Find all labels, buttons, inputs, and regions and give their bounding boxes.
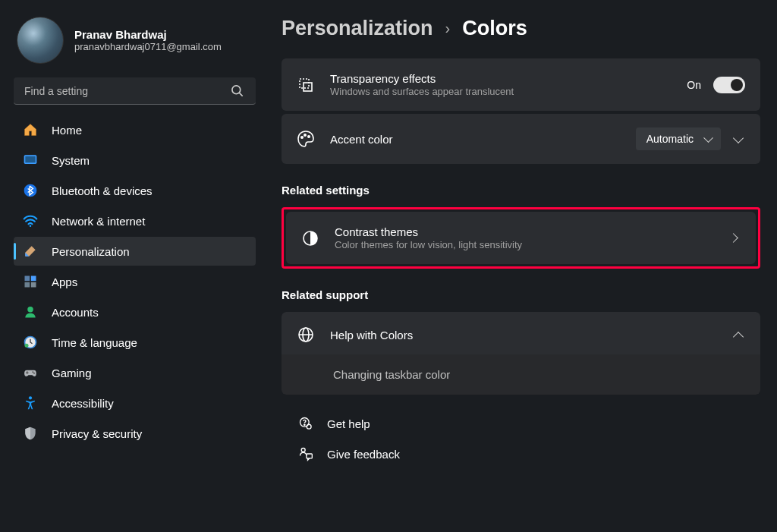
chevron-down-icon[interactable]: [733, 133, 745, 145]
sidebar-item-label: Accessibility: [52, 397, 114, 410]
svg-rect-6: [25, 276, 30, 282]
chevron-right-icon: ›: [445, 20, 451, 37]
svg-rect-9: [31, 282, 36, 288]
transparency-toggle[interactable]: [713, 77, 745, 93]
home-icon: [23, 122, 38, 137]
highlight-annotation: Contrast themes Color themes for low vis…: [282, 207, 760, 269]
breadcrumb-parent[interactable]: Personalization: [282, 17, 433, 40]
globe-icon: [297, 326, 315, 344]
give-feedback-link[interactable]: Give feedback: [282, 439, 760, 469]
svg-point-15: [33, 373, 35, 374]
sidebar: Pranav Bhardwaj pranavbhardwaj0711@gmail…: [0, 0, 269, 532]
user-header[interactable]: Pranav Bhardwaj pranavbhardwaj0711@gmail…: [14, 14, 256, 77]
sidebar-item-system[interactable]: System: [14, 146, 256, 175]
sidebar-item-label: Time & language: [52, 336, 137, 349]
help-icon: [298, 416, 313, 431]
get-help-label: Get help: [327, 417, 370, 430]
sidebar-item-label: Privacy & security: [52, 427, 142, 440]
search-icon: [230, 83, 245, 99]
svg-rect-8: [25, 282, 30, 288]
svg-rect-18: [304, 83, 312, 91]
svg-point-0: [232, 85, 241, 93]
accent-title: Accent color: [330, 133, 621, 146]
feedback-icon: [298, 446, 313, 461]
svg-point-27: [304, 424, 305, 425]
transparency-sub: Windows and surfaces appear translucent: [330, 86, 672, 97]
sidebar-item-accounts[interactable]: Accounts: [14, 297, 256, 326]
clock-icon: [23, 335, 38, 350]
sidebar-item-gaming[interactable]: Gaming: [14, 358, 256, 387]
sidebar-item-home[interactable]: Home: [14, 115, 256, 144]
chevron-right-icon: [728, 232, 741, 244]
sidebar-item-apps[interactable]: Apps: [14, 267, 256, 296]
shield-icon: [23, 426, 38, 441]
paintbrush-icon: [23, 244, 38, 259]
gaming-icon: [23, 365, 38, 380]
transparency-title: Transparency effects: [330, 72, 672, 85]
user-email: pranavbhardwaj0711@gmail.com: [74, 41, 222, 52]
svg-rect-7: [31, 276, 36, 282]
svg-point-5: [30, 225, 32, 227]
search-input[interactable]: [24, 85, 230, 97]
sidebar-item-personalization[interactable]: Personalization: [14, 237, 256, 266]
sidebar-item-accessibility[interactable]: Accessibility: [14, 389, 256, 417]
related-support-heading: Related support: [282, 288, 760, 301]
user-name: Pranav Bhardwaj: [74, 28, 222, 41]
search-box[interactable]: [14, 77, 256, 105]
sidebar-item-network[interactable]: Network & internet: [14, 206, 256, 235]
help-colors-title: Help with Colors: [330, 329, 718, 342]
palette-icon: [297, 130, 315, 148]
svg-point-10: [27, 307, 33, 313]
contrast-title: Contrast themes: [335, 225, 713, 238]
system-icon: [23, 153, 38, 168]
contrast-icon: [301, 229, 319, 247]
sidebar-item-label: Apps: [52, 275, 77, 288]
sidebar-item-label: Accounts: [52, 306, 99, 319]
related-settings-heading: Related settings: [282, 184, 760, 197]
sidebar-item-label: Gaming: [52, 367, 92, 379]
feedback-label: Give feedback: [327, 448, 400, 461]
sidebar-item-label: Bluetooth & devices: [52, 184, 153, 197]
sidebar-item-label: Personalization: [52, 245, 130, 258]
sidebar-item-bluetooth[interactable]: Bluetooth & devices: [14, 176, 256, 205]
apps-icon: [23, 274, 38, 289]
wifi-icon: [23, 213, 38, 228]
main-content: Personalization › Colors Transparency ef…: [269, 0, 777, 532]
accent-color-row[interactable]: Accent color Automatic: [282, 114, 760, 164]
svg-point-14: [32, 371, 33, 373]
contrast-sub: Color themes for low vision, light sensi…: [335, 239, 713, 250]
svg-line-1: [240, 93, 243, 96]
svg-rect-3: [25, 156, 35, 162]
transparency-icon: [297, 76, 315, 94]
svg-point-13: [25, 344, 29, 348]
svg-point-20: [304, 134, 306, 136]
help-with-colors-row[interactable]: Help with Colors: [282, 312, 760, 357]
bluetooth-icon: [23, 183, 38, 198]
chevron-up-icon[interactable]: [733, 329, 745, 341]
svg-point-16: [29, 396, 32, 399]
accent-dropdown[interactable]: Automatic: [636, 127, 721, 150]
accounts-icon: [23, 304, 38, 320]
svg-point-29: [301, 449, 305, 452]
sidebar-item-label: Home: [52, 124, 82, 137]
breadcrumb: Personalization › Colors: [282, 17, 760, 40]
svg-point-28: [307, 424, 311, 429]
svg-point-21: [308, 136, 310, 137]
svg-rect-30: [307, 454, 313, 458]
get-help-link[interactable]: Get help: [282, 408, 760, 439]
help-subitem[interactable]: Changing taskbar color: [282, 354, 760, 395]
sidebar-item-time[interactable]: Time & language: [14, 328, 256, 357]
sidebar-item-label: Network & internet: [52, 215, 145, 228]
sidebar-item-label: System: [52, 154, 90, 167]
svg-rect-17: [300, 79, 309, 88]
toggle-state: On: [687, 79, 701, 91]
contrast-themes-row[interactable]: Contrast themes Color themes for low vis…: [286, 212, 756, 264]
page-title: Colors: [462, 17, 527, 40]
nav: Home System Bluetooth & devices Network …: [14, 115, 256, 448]
sidebar-item-privacy[interactable]: Privacy & security: [14, 419, 256, 448]
svg-point-19: [301, 137, 303, 138]
avatar: [17, 17, 64, 64]
accessibility-icon: [23, 395, 38, 411]
transparency-effects-row[interactable]: Transparency effects Windows and surface…: [282, 58, 760, 111]
